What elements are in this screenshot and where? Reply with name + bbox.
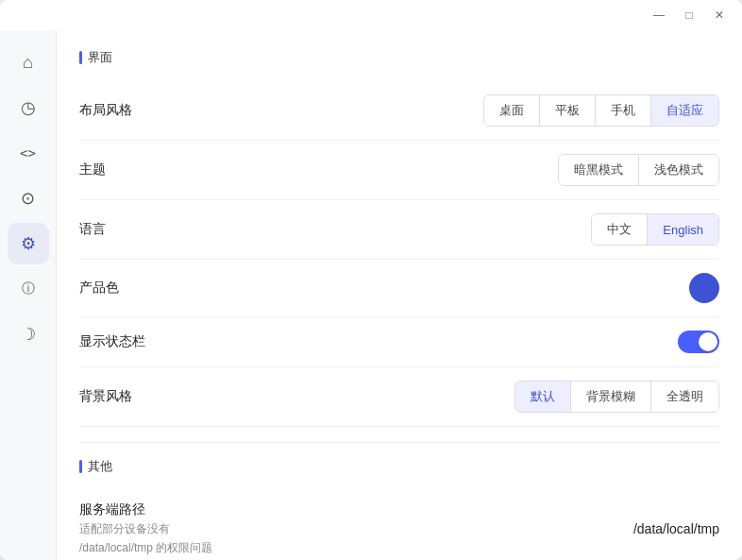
maximize-button[interactable]: □ <box>674 0 704 30</box>
background-btn-group: 默认 背景模糊 全透明 <box>514 381 719 413</box>
layout-mobile-btn[interactable]: 手机 <box>596 95 651 126</box>
other-section-bar <box>79 460 82 473</box>
statusbar-toggle[interactable] <box>678 331 719 353</box>
theme-light-btn[interactable]: 浅色模式 <box>639 155 718 185</box>
theme-btn-group: 暗黑模式 浅色模式 <box>558 154 719 186</box>
server-path-label: 服务端路径 <box>79 501 212 518</box>
server-path-desc2: /data/local/tmp 的权限问题 <box>79 540 212 556</box>
server-path-label-area: 服务端路径 适配部分设备没有 /data/local/tmp 的权限问题 <box>79 501 212 556</box>
sidebar-item-info[interactable]: ⓘ <box>8 268 49 310</box>
close-button[interactable]: ✕ <box>704 0 734 30</box>
bg-blur-btn[interactable]: 背景模糊 <box>571 382 651 412</box>
server-path-value: /data/local/tmp <box>633 521 719 536</box>
moon-icon: ☽ <box>21 324 36 345</box>
minimize-button[interactable]: — <box>644 0 674 30</box>
layout-adaptive-btn[interactable]: 自适应 <box>651 95 718 126</box>
titlebar: — □ ✕ <box>0 0 742 30</box>
language-btn-group: 中文 English <box>591 213 719 246</box>
app-window: — □ ✕ ⌂ ◷ <> ⊙ ⚙ ⓘ ☽ <box>0 0 742 560</box>
gear-icon: ⚙ <box>21 233 36 254</box>
interface-section-title: 界面 <box>88 49 112 66</box>
language-row: 语言 中文 English <box>79 200 719 260</box>
layout-tablet-btn[interactable]: 平板 <box>540 95 596 126</box>
main-layout: ⌂ ◷ <> ⊙ ⚙ ⓘ ☽ <box>0 30 742 560</box>
sidebar-item-code[interactable]: <> <box>8 132 49 174</box>
layout-desktop-btn[interactable]: 桌面 <box>484 95 540 126</box>
history-icon: ◷ <box>21 97 36 118</box>
interface-section-header: 界面 <box>79 49 719 66</box>
background-style-row: 背景风格 默认 背景模糊 全透明 <box>79 367 719 427</box>
layout-style-row: 布局风格 桌面 平板 手机 自适应 <box>79 81 719 141</box>
language-en-btn[interactable]: English <box>648 214 718 245</box>
dots-icon: ⊙ <box>21 188 35 209</box>
theme-row: 主题 暗黑模式 浅色模式 <box>79 141 719 200</box>
sidebar-item-history[interactable]: ◷ <box>8 87 49 128</box>
code-icon: <> <box>20 145 36 161</box>
background-style-label: 背景风格 <box>79 388 132 405</box>
sidebar: ⌂ ◷ <> ⊙ ⚙ ⓘ ☽ <box>0 30 57 560</box>
product-color-row: 产品色 <box>79 260 719 317</box>
other-section-title: 其他 <box>88 458 112 475</box>
server-path-desc1: 适配部分设备没有 <box>79 521 212 537</box>
other-section-header: 其他 <box>79 458 719 475</box>
statusbar-label: 显示状态栏 <box>79 333 145 350</box>
section-divider <box>79 442 719 443</box>
layout-btn-group: 桌面 平板 手机 自适应 <box>483 94 719 127</box>
bg-transparent-btn[interactable]: 全透明 <box>651 382 718 412</box>
theme-dark-btn[interactable]: 暗黑模式 <box>559 155 639 185</box>
server-path-row: 服务端路径 适配部分设备没有 /data/local/tmp 的权限问题 /da… <box>79 490 719 560</box>
toggle-knob <box>699 332 717 351</box>
content-area: 界面 布局风格 桌面 平板 手机 自适应 主题 暗黑模式 浅色模式 <box>57 30 742 560</box>
info-icon: ⓘ <box>22 280 35 297</box>
bg-default-btn[interactable]: 默认 <box>515 382 571 412</box>
theme-label: 主题 <box>79 161 106 178</box>
statusbar-row: 显示状态栏 <box>79 317 719 367</box>
sidebar-item-settings[interactable]: ⚙ <box>8 223 49 264</box>
product-color-label: 产品色 <box>79 280 119 297</box>
sidebar-item-home[interactable]: ⌂ <box>8 42 49 83</box>
sidebar-item-moon[interactable]: ☽ <box>8 314 49 355</box>
section-bar <box>79 51 82 64</box>
sidebar-item-dots[interactable]: ⊙ <box>8 178 49 219</box>
layout-style-label: 布局风格 <box>79 102 132 119</box>
language-label: 语言 <box>79 221 106 238</box>
home-icon: ⌂ <box>23 53 33 73</box>
language-zh-btn[interactable]: 中文 <box>592 214 648 245</box>
product-color-picker[interactable] <box>689 273 719 303</box>
